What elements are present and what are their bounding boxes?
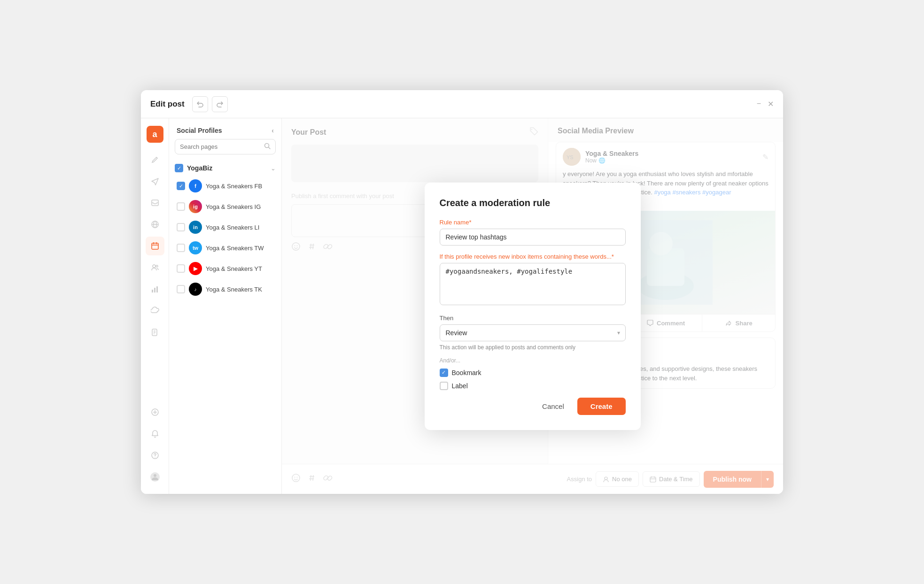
sidebar-chart-icon[interactable] (146, 280, 164, 299)
keywords-label: If this profile receives new inbox items… (440, 253, 626, 260)
profile-item-li[interactable]: in Yoga & Sneakers LI (173, 217, 278, 237)
sidebar-pages-icon[interactable] (146, 323, 164, 342)
svg-point-23 (154, 474, 156, 477)
svg-rect-10 (152, 290, 153, 292)
rule-name-label-text: Rule name (440, 219, 469, 226)
svg-rect-12 (156, 286, 158, 292)
profile-avatar-fb: f (189, 179, 202, 192)
profile-name-fb: Yoga & Sneakers FB (206, 183, 262, 190)
svg-rect-11 (154, 288, 155, 292)
then-label: Then (440, 315, 626, 322)
rule-name-required: * (469, 219, 471, 226)
profile-list: ✓ f Yoga & Sneakers FB ig Yoga & Sneaker… (169, 176, 281, 299)
yogabiz-checkbox[interactable]: ✓ (175, 164, 183, 172)
profile-avatar-tw: tw (189, 241, 202, 254)
window-title: Edit post (150, 100, 185, 109)
search-box (175, 139, 276, 154)
profiles-header: Social Profiles ‹ (169, 118, 281, 139)
profile-item-yt[interactable]: ▶ Yoga & Sneakers YT (173, 259, 278, 278)
close-button[interactable]: ✕ (768, 100, 774, 108)
search-input[interactable] (180, 143, 261, 150)
sidebar-help-icon[interactable] (146, 446, 164, 465)
sidebar-bell-icon[interactable] (146, 424, 164, 443)
profile-checkbox-tk[interactable] (177, 285, 185, 293)
search-icon (264, 143, 271, 151)
sidebar-calendar-icon[interactable] (146, 237, 164, 255)
profile-name-li: Yoga & Sneakers LI (206, 224, 259, 231)
app-window: Edit post − ✕ a (141, 90, 783, 494)
sidebar-inbox-icon[interactable] (146, 193, 164, 212)
profile-item-ig[interactable]: ig Yoga & Sneakers IG (173, 197, 278, 216)
profile-name-ig: Yoga & Sneakers IG (206, 203, 261, 210)
profiles-collapse-button[interactable]: ‹ (272, 127, 274, 134)
profile-avatar-tk: ♪ (189, 283, 202, 296)
bookmark-label: Bookmark (452, 369, 481, 377)
svg-point-21 (155, 457, 155, 458)
main-layout: a (141, 118, 783, 494)
action-select-wrapper: Review Assign Label Delete Archive ▾ (440, 324, 626, 341)
sidebar-plus-icon[interactable] (146, 403, 164, 422)
sidebar-cloud-icon[interactable] (146, 301, 164, 320)
sidebar-users-icon[interactable] (146, 258, 164, 277)
sidebar-avatar-icon[interactable] (146, 468, 164, 486)
svg-point-8 (153, 265, 155, 268)
sidebar-send-icon[interactable] (146, 172, 164, 191)
yogabiz-group[interactable]: ✓ YogaBiz ⌄ (169, 160, 281, 176)
modal-title: Create a moderation rule (440, 198, 626, 208)
keywords-required: * (612, 253, 614, 260)
svg-point-9 (156, 265, 158, 267)
profile-name-tk: Yoga & Sneakers TK (206, 286, 262, 293)
rule-name-label: Rule name* (440, 219, 626, 226)
create-moderation-rule-modal: Create a moderation rule Rule name* If t… (425, 183, 641, 430)
undo-button[interactable] (192, 96, 208, 112)
profile-checkbox-yt[interactable] (177, 264, 185, 273)
label-checkbox[interactable] (440, 382, 448, 390)
label-label: Label (452, 382, 468, 390)
profile-avatar-yt: ▶ (189, 262, 202, 275)
profile-checkbox-tw[interactable] (177, 244, 185, 252)
title-bar: Edit post − ✕ (141, 90, 783, 118)
bookmark-checkbox[interactable]: ✓ (440, 369, 448, 377)
social-profiles-panel: Social Profiles ‹ ✓ YogaBiz ⌄ ✓ f Yoga &… (169, 118, 282, 494)
andor-label: And/or... (440, 357, 626, 364)
create-button[interactable]: Create (577, 398, 626, 415)
sidebar-globe-icon[interactable] (146, 215, 164, 234)
yogabiz-chevron-icon[interactable]: ⌄ (271, 165, 276, 172)
profile-checkbox-li[interactable] (177, 223, 185, 231)
profile-name-tw: Yoga & Sneakers TW (206, 245, 264, 252)
modal-overlay: Create a moderation rule Rule name* If t… (282, 118, 783, 494)
app-logo: a (147, 126, 163, 143)
yogabiz-label: YogaBiz (187, 164, 267, 172)
rule-name-input[interactable] (440, 229, 626, 246)
modal-actions: Cancel Create (440, 398, 626, 415)
profile-item-tw[interactable]: tw Yoga & Sneakers TW (173, 238, 278, 258)
sidebar-icons: a (141, 118, 169, 494)
minimize-button[interactable]: − (757, 100, 761, 108)
cancel-button[interactable]: Cancel (535, 398, 572, 415)
profile-avatar-ig: ig (189, 200, 202, 213)
sidebar-compose-icon[interactable] (146, 150, 164, 169)
keywords-label-text: If this profile receives new inbox items… (440, 253, 612, 260)
profile-checkbox-fb[interactable]: ✓ (177, 182, 185, 190)
profiles-header-label: Social Profiles (177, 127, 222, 134)
bookmark-checkbox-row[interactable]: ✓ Bookmark (440, 369, 626, 377)
profile-checkbox-ig[interactable] (177, 202, 185, 211)
redo-button[interactable] (212, 96, 228, 112)
profile-avatar-li: in (189, 221, 202, 234)
action-note: This action will be applied to posts and… (440, 344, 626, 351)
label-checkbox-row[interactable]: Label (440, 382, 626, 390)
profile-item-fb[interactable]: ✓ f Yoga & Sneakers FB (173, 176, 278, 196)
profile-item-tk[interactable]: ♪ Yoga & Sneakers TK (173, 279, 278, 299)
keywords-textarea[interactable]: #yogaandsneakers, #yogalifestyle (440, 263, 626, 305)
svg-rect-4 (152, 243, 158, 249)
svg-line-25 (269, 147, 271, 149)
profile-name-yt: Yoga & Sneakers YT (206, 265, 262, 272)
content-area: Your Post Publish a first comment with y… (282, 118, 783, 494)
action-select[interactable]: Review Assign Label Delete Archive (440, 324, 626, 341)
